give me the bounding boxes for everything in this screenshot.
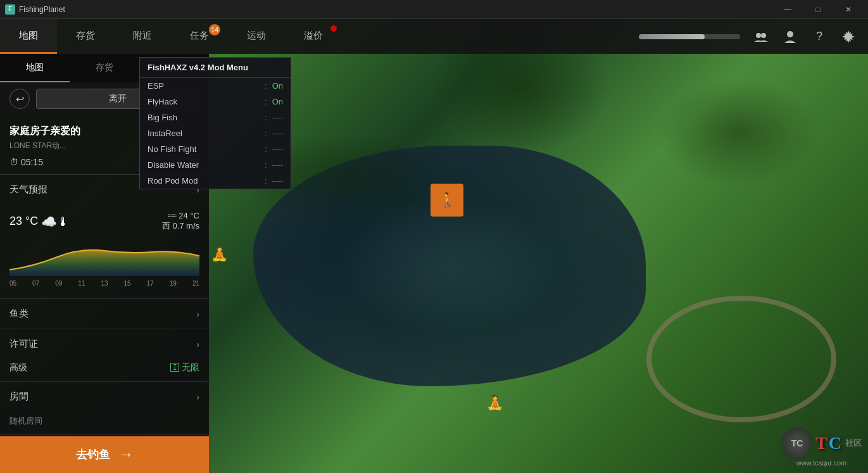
help-icon-button[interactable]: ?	[806, 23, 833, 50]
room-content: 随机房间	[0, 412, 209, 434]
watermark-logo: TC	[815, 433, 843, 453]
license-level: 高级	[9, 362, 27, 374]
temperature-chart: 05 07 09 11 13 15 17 19 21	[9, 238, 199, 289]
nav-icons: ?	[748, 23, 868, 50]
nav-progress-area	[631, 34, 748, 39]
mod-menu: FishHAXZ v4.2 Mod Menu ESP : On FlyHack …	[139, 57, 291, 189]
settings-icon-button[interactable]	[835, 23, 862, 50]
watermark: TC TC 社区 www.tcsqar.com	[781, 427, 862, 467]
go-fish-button[interactable]: 去钓鱼 →	[0, 436, 209, 473]
maximize-button[interactable]: □	[803, 0, 833, 19]
fish-section: 鱼类 ›	[0, 299, 209, 329]
premium-notification	[330, 25, 337, 32]
watermark-url: www.tcsqar.com	[781, 459, 862, 467]
room-chevron: ›	[196, 392, 199, 402]
mod-nofishfight-value: ----	[272, 144, 283, 154]
app-icon: F	[5, 4, 15, 15]
mod-item-nofishfight[interactable]: No Fish Fight : ----	[140, 141, 291, 157]
room-section: 房間 › 随机房间	[0, 382, 209, 435]
mod-instareel-value: ----	[272, 129, 283, 138]
svg-point-1	[761, 33, 766, 38]
license-content: 高级 🄸 无限	[0, 359, 209, 381]
weather-wind: ≈≈ 24 °C 西 0.7 m/s	[162, 211, 199, 232]
back-button[interactable]: ↩	[9, 89, 30, 109]
room-header[interactable]: 房間 ›	[0, 382, 209, 412]
xp-progress-bar	[639, 34, 740, 39]
room-sub: 随机房间	[9, 416, 42, 426]
mod-esp-value: On	[272, 81, 283, 91]
mod-instareel-name: InstaReel	[148, 129, 260, 138]
go-fish-label: 去钓鱼	[76, 447, 110, 462]
title-bar-left: F FishingPlanet	[5, 4, 65, 15]
weather-temp: 23 °C ☁️🌡	[9, 214, 70, 229]
close-button[interactable]: ✕	[834, 0, 863, 19]
xp-progress-fill	[639, 34, 705, 39]
chart-labels: 05 07 09 11 13 15 17 19 21	[9, 280, 199, 287]
person-icon-button[interactable]	[777, 23, 803, 50]
mod-disablewater-name: Disable Water	[148, 160, 260, 170]
svg-point-0	[756, 33, 761, 38]
mod-item-rodpodmod[interactable]: Rod Pod Mod : ----	[140, 173, 291, 189]
tab-nearby[interactable]: 附近	[114, 19, 171, 54]
nav-tabs: 地图 存货 附近 任务 14 运动 溢价	[0, 19, 342, 54]
watermark-mascot-icon: TC	[781, 427, 813, 459]
sub-tab-inventory[interactable]: 存货	[70, 54, 139, 82]
game-area: 🚶 🧘 🧘 地图 存货 附近 任务 14 运动 溢价	[0, 19, 868, 473]
player-icon: 🚶	[439, 192, 456, 208]
mod-flyhack-name: FlyHack	[148, 97, 260, 106]
title-bar: F FishingPlanet — □ ✕	[0, 0, 868, 19]
license-chevron: ›	[196, 339, 199, 350]
license-header[interactable]: 许可证 ›	[0, 329, 209, 359]
fish-title: 鱼类	[9, 308, 28, 320]
fish-chevron: ›	[196, 309, 199, 319]
mod-item-bigfish[interactable]: Big Fish : ----	[140, 110, 291, 125]
weather-content: 23 °C ☁️🌡 ≈≈ 24 °C 西 0.7 m/s	[0, 205, 209, 298]
app-title: FishingPlanet	[19, 5, 65, 14]
cloud-temp-icon: ☁️🌡	[41, 214, 70, 229]
mod-item-disablewater[interactable]: Disable Water : ----	[140, 157, 291, 173]
minimize-button[interactable]: —	[773, 0, 802, 19]
mod-menu-title: FishHAXZ v4.2 Mod Menu	[140, 58, 291, 78]
license-title: 许可证	[9, 338, 38, 350]
sub-tab-map[interactable]: 地图	[0, 54, 70, 82]
weather-title: 天气预报	[9, 184, 47, 196]
license-section: 许可证 › 高级 🄸 无限	[0, 329, 209, 382]
mod-esp-name: ESP	[148, 81, 260, 91]
license-row: 高级 🄸 无限	[9, 362, 199, 374]
missions-badge: 14	[209, 24, 220, 35]
room-title: 房間	[9, 391, 28, 403]
mod-rodpodmod-name: Rod Pod Mod	[148, 176, 260, 186]
watermark-community: 社区	[845, 438, 862, 449]
weather-row: 23 °C ☁️🌡 ≈≈ 24 °C 西 0.7 m/s	[9, 211, 199, 232]
location-time: ⏱ 05:15	[9, 156, 43, 168]
mod-disablewater-value: ----	[272, 160, 283, 170]
license-value: 🄸 无限	[170, 362, 199, 374]
go-fish-arrow: →	[120, 446, 134, 463]
top-nav: 地图 存货 附近 任务 14 运动 溢价	[0, 19, 868, 54]
tab-inventory[interactable]: 存货	[57, 19, 114, 54]
mod-item-flyhack[interactable]: FlyHack : On	[140, 94, 291, 110]
weather-section: 天气预报 › 23 °C ☁️🌡 ≈≈ 24 °C 西 0.7 m/s	[0, 175, 209, 299]
mod-bigfish-name: Big Fish	[148, 113, 260, 122]
svg-point-2	[787, 31, 793, 37]
fish-header[interactable]: 鱼类 ›	[0, 299, 209, 329]
tab-sport[interactable]: 运动	[228, 19, 285, 54]
temp-chart-svg	[9, 238, 199, 276]
mod-item-instareel[interactable]: InstaReel : ----	[140, 125, 291, 141]
mod-rodpodmod-value: ----	[272, 176, 283, 186]
tab-map[interactable]: 地图	[0, 19, 57, 54]
mod-flyhack-value: On	[272, 97, 283, 106]
tab-premium[interactable]: 溢价	[285, 19, 342, 54]
title-bar-controls: — □ ✕	[773, 0, 863, 19]
group-icon-button[interactable]	[748, 23, 774, 50]
tab-missions[interactable]: 任务 14	[171, 19, 228, 54]
mod-item-esp[interactable]: ESP : On	[140, 78, 291, 94]
mod-bigfish-value: ----	[272, 113, 283, 122]
fisher-marker-1: 🧘	[209, 244, 229, 264]
mod-nofishfight-name: No Fish Fight	[148, 144, 260, 154]
fisher-marker-2: 🧘	[484, 393, 505, 413]
player-marker: 🚶	[431, 184, 463, 217]
